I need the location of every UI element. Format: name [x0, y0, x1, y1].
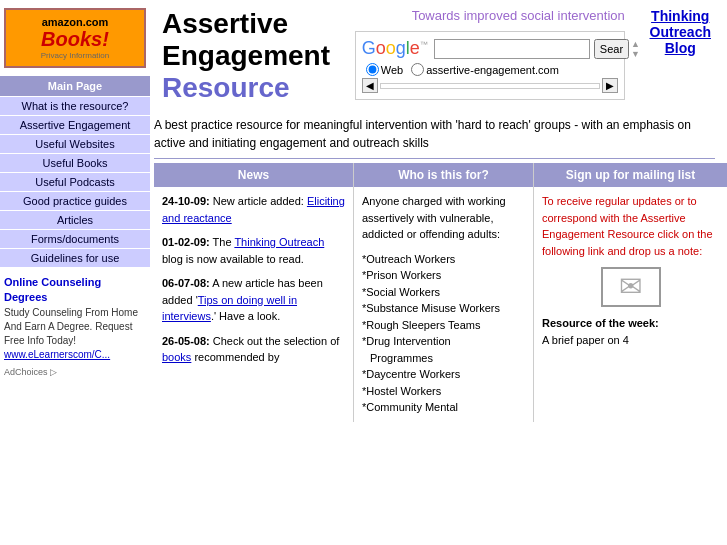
signup-text: To receive regular updates or to corresp… — [542, 193, 719, 259]
amazon-privacy: Privacy Information — [14, 51, 136, 60]
thinking-line1: Thinking — [650, 8, 711, 24]
nav-forms[interactable]: Forms/documents — [0, 229, 150, 248]
nav-useful-websites[interactable]: Useful Websites — [0, 134, 150, 153]
resource-week: Resource of the week: A brief paper on 4 — [542, 315, 719, 348]
ad-choices[interactable]: AdChoices ▷ — [4, 366, 146, 379]
header-right: Towards improved social intervention Goo… — [355, 8, 625, 100]
thinking-line2: Outreach — [650, 24, 711, 40]
who-item-daycentre: *Daycentre Workers — [362, 366, 525, 383]
news-link-2[interactable]: Thinking Outreach — [234, 236, 324, 248]
who-item-rough: *Rough Sleepers Teams — [362, 317, 525, 334]
news-item-1: 24-10-09: New article added: Eliciting a… — [162, 193, 345, 226]
scroll-url — [380, 83, 600, 89]
tagline: Towards improved social intervention — [412, 8, 625, 23]
site-title-line1: Assertive — [162, 8, 330, 40]
site-title-line2: Engagement — [162, 40, 330, 72]
scroll-right-button[interactable]: ▶ — [602, 78, 618, 93]
sidebar-ad: Online Counseling Degrees Study Counseli… — [4, 275, 146, 378]
amazon-label: Books! — [14, 28, 136, 51]
nav-articles[interactable]: Articles — [0, 210, 150, 229]
signup-body: To receive regular updates or to corresp… — [534, 187, 727, 354]
resource-week-title: Resource of the week: — [542, 317, 659, 329]
google-search-box: Google™ Sear ▲ ▼ Web assertive-engag — [355, 31, 625, 100]
site-title: Assertive Engagement Resource — [162, 8, 330, 104]
who-item-drug: *Drug Intervention — [362, 333, 525, 350]
news-item-4: 26-05-08: Check out the selection of boo… — [162, 333, 345, 366]
news-body: 24-10-09: New article added: Eliciting a… — [154, 187, 353, 380]
signup-header: Sign up for mailing list — [534, 163, 727, 187]
google-site-radio[interactable] — [411, 63, 424, 76]
who-item-substance: *Substance Misuse Workers — [362, 300, 525, 317]
ad-body: Study Counseling From Home And Earn A De… — [4, 306, 146, 348]
google-search-input[interactable] — [434, 39, 590, 59]
nav-assertive-engagement[interactable]: Assertive Engagement — [0, 115, 150, 134]
google-scroll-row: ◀ ▶ — [362, 78, 618, 93]
google-site-label: assertive-engagement.com — [426, 64, 559, 76]
google-radio-row: Web assertive-engagement.com — [366, 63, 618, 76]
nav-main-page[interactable]: Main Page — [0, 76, 150, 96]
google-web-radio[interactable] — [366, 63, 379, 76]
google-search-button[interactable]: Sear — [594, 39, 629, 59]
nav-guidelines[interactable]: Guidelines for use — [0, 248, 150, 267]
who-item-drug2: Programmes — [362, 350, 525, 367]
who-body: Anyone charged with working assertively … — [354, 187, 533, 422]
amazon-ad[interactable]: amazon.com Books! Privacy Information — [4, 8, 146, 68]
thinking-outreach-link[interactable]: Thinking Outreach Blog — [650, 8, 711, 56]
news-header: News — [154, 163, 353, 187]
who-item-hostel: *Hostel Workers — [362, 383, 525, 400]
google-web-label: Web — [381, 64, 403, 76]
google-logo: Google™ — [362, 38, 428, 59]
nav-good-practice[interactable]: Good practice guides — [0, 191, 150, 210]
envelope-icon[interactable] — [601, 267, 661, 307]
news-link-3[interactable]: Tips on doing well in interviews — [162, 294, 297, 323]
amazon-brand: amazon.com — [14, 16, 136, 28]
ad-link[interactable]: www.eLearnerscom/C... — [4, 349, 110, 360]
intro-text: A best practice resource for meaningful … — [154, 116, 715, 152]
who-header: Who is this for? — [354, 163, 533, 187]
nav-useful-podcasts[interactable]: Useful Podcasts — [0, 172, 150, 191]
news-link-4[interactable]: books — [162, 351, 191, 363]
site-title-line3: Resource — [162, 72, 330, 104]
signup-column: Sign up for mailing list To receive regu… — [534, 163, 727, 422]
thinking-line3: Blog — [650, 40, 711, 56]
who-intro: Anyone charged with working assertively … — [362, 193, 525, 243]
news-item-3: 06-07-08: A new article has been added '… — [162, 275, 345, 325]
ad-title[interactable]: Online Counseling Degrees — [4, 275, 146, 306]
resource-week-text: A brief paper on 4 — [542, 334, 629, 346]
who-item-community: *Community Mental — [362, 399, 525, 416]
who-item-prison: *Prison Workers — [362, 267, 525, 284]
scroll-left-button[interactable]: ◀ — [362, 78, 378, 93]
news-column: News 24-10-09: New article added: Elicit… — [154, 163, 354, 422]
who-item-social: *Social Workers — [362, 284, 525, 301]
three-col-section: News 24-10-09: New article added: Elicit… — [154, 163, 727, 422]
intro-section: A best practice resource for meaningful … — [154, 108, 727, 163]
nav-what-is[interactable]: What is the resource? — [0, 96, 150, 115]
nav-useful-books[interactable]: Useful Books — [0, 153, 150, 172]
news-item-2: 01-02-09: The Thinking Outreach blog is … — [162, 234, 345, 267]
who-column: Who is this for? Anyone charged with wor… — [354, 163, 534, 422]
who-item-outreach: *Outreach Workers — [362, 251, 525, 268]
